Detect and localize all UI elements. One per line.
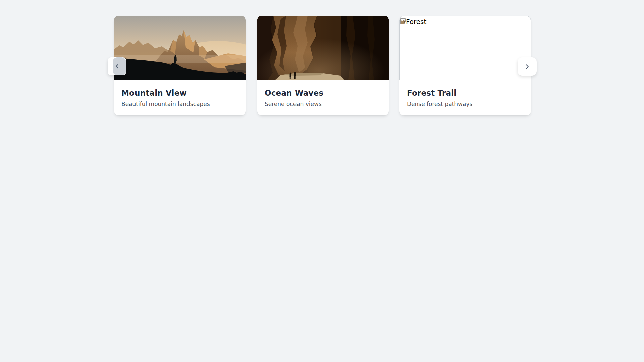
card-ocean-waves[interactable]: Ocean Waves Serene ocean views	[257, 16, 389, 115]
card-forest-trail[interactable]: Forest Forest Trail Dense forest pathway…	[399, 16, 531, 115]
card-description: Beautiful mountain landscapes	[121, 101, 238, 107]
card-title: Mountain View	[121, 88, 238, 97]
card-body: Forest Trail Dense forest pathways	[399, 80, 531, 107]
forest-trail-broken-image: Forest	[399, 16, 531, 80]
mountain-view-photo	[114, 16, 246, 80]
chevron-right-icon	[524, 63, 531, 70]
ocean-waves-photo	[257, 16, 389, 80]
card-body: Mountain View Beautiful mountain landsca…	[114, 80, 246, 107]
carousel-next-button[interactable]	[518, 57, 537, 76]
card-title: Forest Trail	[407, 88, 524, 97]
page: { "page": { "background_color": "#f1f3f5…	[0, 0, 644, 362]
carousel-prev-button[interactable]	[108, 57, 126, 75]
chevron-left-icon	[113, 63, 121, 70]
card-description: Serene ocean views	[265, 101, 381, 107]
card-body: Ocean Waves Serene ocean views	[257, 80, 389, 107]
broken-image-alt-text: Forest	[406, 18, 426, 26]
card-mountain-view[interactable]: Mountain View Beautiful mountain landsca…	[114, 16, 246, 115]
broken-image-icon	[400, 18, 406, 24]
card-description: Dense forest pathways	[407, 101, 524, 107]
image-carousel: Mountain View Beautiful mountain landsca…	[0, 0, 644, 141]
card-title: Ocean Waves	[265, 88, 381, 97]
